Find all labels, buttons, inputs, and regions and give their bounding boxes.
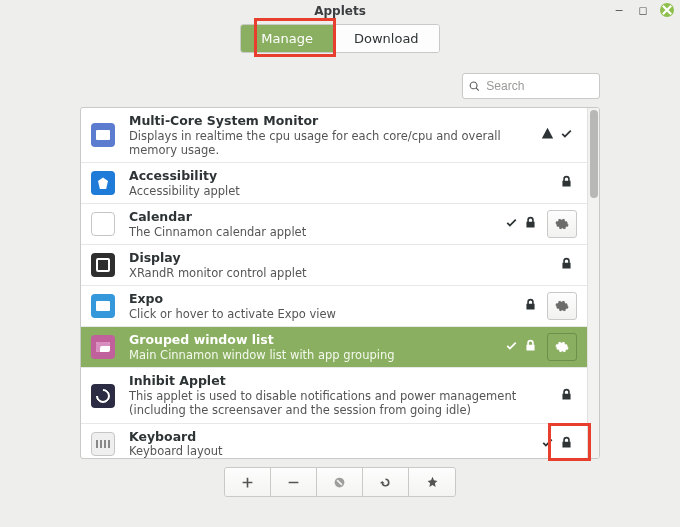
tab-download[interactable]: Download (334, 25, 439, 52)
keyboard-icon (91, 432, 115, 456)
search-icon (469, 80, 480, 93)
configure-button-group[interactable] (547, 333, 577, 361)
applet-title: Keyboard (129, 429, 535, 445)
scrollbar-thumb[interactable] (590, 110, 598, 198)
applet-desc: Main Cinnamon window list with app group… (129, 348, 499, 362)
lock-icon (524, 216, 537, 232)
group-icon (91, 335, 115, 359)
maximize-button[interactable]: ◻ (636, 3, 650, 17)
display-icon (91, 253, 115, 277)
window-title: Applets (314, 4, 366, 18)
applet-texts: CalendarThe Cinnamon calendar applet (129, 209, 499, 239)
applet-desc: Click or hover to activate Expo view (129, 307, 518, 321)
applet-title: Multi-Core System Monitor (129, 113, 535, 129)
lock-icon (560, 257, 573, 273)
add-button[interactable] (225, 468, 271, 496)
check-icon (560, 127, 573, 143)
applet-title: Display (129, 250, 554, 266)
check-icon (541, 436, 554, 452)
close-button[interactable] (660, 3, 674, 17)
applet-status (505, 216, 537, 232)
window-controls: − ◻ (612, 3, 674, 17)
warning-icon (541, 127, 554, 143)
applet-texts: KeyboardKeyboard layout (129, 429, 535, 458)
inhibit-icon (91, 384, 115, 408)
tab-manage[interactable]: Manage (241, 25, 334, 52)
search-input[interactable] (484, 78, 593, 94)
applet-status (505, 339, 537, 355)
applet-row-display[interactable]: DisplayXRandR monitor control applet (81, 245, 587, 286)
applet-status (524, 298, 537, 314)
applet-row-access[interactable]: AccessibilityAccessibility applet (81, 163, 587, 204)
applet-title: Calendar (129, 209, 499, 225)
applet-title: Grouped window list (129, 332, 499, 348)
search-row (0, 67, 680, 107)
applet-texts: ExpoClick or hover to activate Expo view (129, 291, 518, 321)
minimize-button[interactable]: − (612, 3, 626, 17)
applet-texts: Grouped window listMain Cinnamon window … (129, 332, 499, 362)
applet-status (560, 175, 573, 191)
titlebar: Applets − ◻ (0, 0, 680, 22)
check-icon (505, 216, 518, 232)
applet-desc: The Cinnamon calendar applet (129, 225, 499, 239)
lock-icon (524, 298, 537, 314)
applet-desc: This applet is used to disable notificat… (129, 389, 554, 418)
applet-texts: Inhibit AppletThis applet is used to dis… (129, 373, 554, 417)
applet-title: Inhibit Applet (129, 373, 554, 389)
applet-row-inhibit[interactable]: Inhibit AppletThis applet is used to dis… (81, 368, 587, 423)
applet-texts: DisplayXRandR monitor control applet (129, 250, 554, 280)
configure-button-calendar[interactable] (547, 210, 577, 238)
applet-row-group[interactable]: Grouped window listMain Cinnamon window … (81, 327, 587, 368)
more-button[interactable] (409, 468, 455, 496)
monitor-icon (91, 123, 115, 147)
applet-status (541, 436, 573, 452)
lock-icon (560, 388, 573, 404)
scrollbar[interactable] (587, 108, 599, 458)
applet-desc: Displays in realtime the cpu usage for e… (129, 129, 535, 158)
applet-status (541, 127, 573, 143)
access-icon (91, 171, 115, 195)
applet-desc: Keyboard layout (129, 444, 535, 458)
configure-button-expo[interactable] (547, 292, 577, 320)
applet-desc: Accessibility applet (129, 184, 554, 198)
applet-status (560, 257, 573, 273)
applet-row-calendar[interactable]: CalendarThe Cinnamon calendar applet (81, 204, 587, 245)
applet-list-frame: Multi-Core System MonitorDisplays in rea… (80, 107, 600, 459)
lock-icon (524, 339, 537, 355)
list-wrap: Multi-Core System MonitorDisplays in rea… (0, 107, 680, 459)
calendar-icon (91, 212, 115, 236)
applet-texts: AccessibilityAccessibility applet (129, 168, 554, 198)
applet-status (560, 388, 573, 404)
applet-texts: Multi-Core System MonitorDisplays in rea… (129, 113, 535, 157)
applet-title: Accessibility (129, 168, 554, 184)
disable-button[interactable] (317, 468, 363, 496)
footer-toolbar (80, 467, 600, 497)
applet-row-expo[interactable]: ExpoClick or hover to activate Expo view (81, 286, 587, 327)
expo-icon (91, 294, 115, 318)
search-box[interactable] (462, 73, 600, 99)
tabs-row: Manage Download (0, 22, 680, 67)
check-icon (505, 339, 518, 355)
applet-desc: XRandR monitor control applet (129, 266, 554, 280)
footer-button-group (224, 467, 456, 497)
applet-row-keyboard[interactable]: KeyboardKeyboard layout (81, 424, 587, 458)
applet-row-monitor[interactable]: Multi-Core System MonitorDisplays in rea… (81, 108, 587, 163)
lock-icon (560, 436, 573, 452)
applet-title: Expo (129, 291, 518, 307)
remove-button[interactable] (271, 468, 317, 496)
tabs: Manage Download (240, 24, 439, 53)
applet-list: Multi-Core System MonitorDisplays in rea… (81, 108, 587, 458)
undo-button[interactable] (363, 468, 409, 496)
lock-icon (560, 175, 573, 191)
